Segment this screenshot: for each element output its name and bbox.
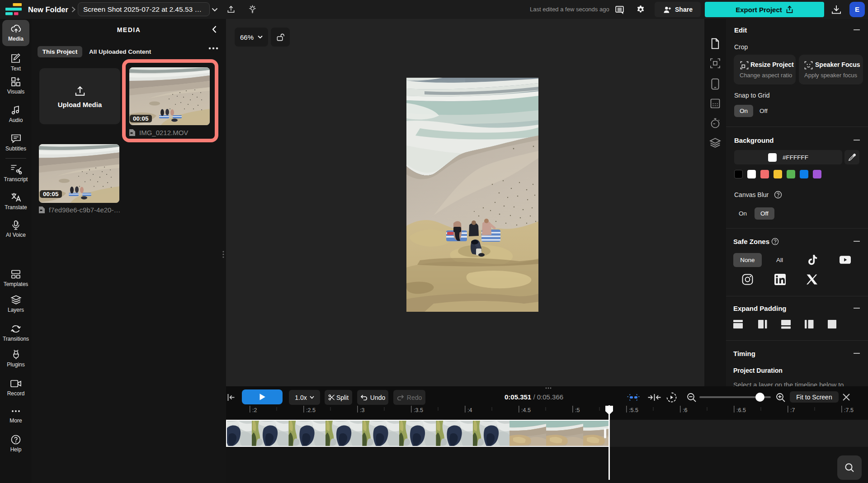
svg-text::6.5: :6.5 [736, 407, 746, 413]
svg-text::2.5: :2.5 [306, 407, 316, 413]
svg-text::7: :7 [790, 407, 795, 413]
svg-text::3.5: :3.5 [414, 407, 423, 413]
svg-text::4.5: :4.5 [521, 407, 531, 413]
svg-text::7.5: :7.5 [844, 407, 854, 413]
svg-text::5: :5 [575, 407, 580, 413]
svg-text::6: :6 [683, 407, 687, 413]
svg-text::5.5: :5.5 [629, 407, 638, 413]
svg-text::3: :3 [360, 407, 364, 413]
svg-text::4: :4 [467, 407, 472, 413]
svg-text::2: :2 [252, 407, 257, 413]
